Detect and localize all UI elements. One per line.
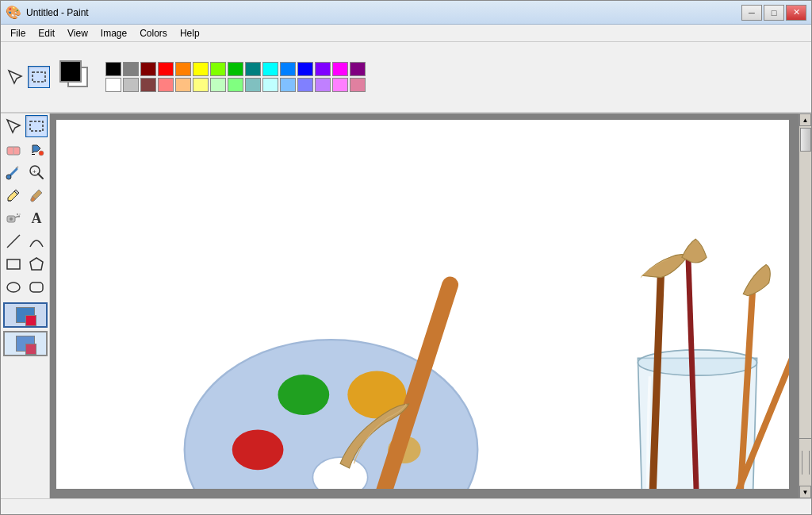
color-swatch[interactable] [332, 78, 348, 92]
color-swatch[interactable] [193, 78, 209, 92]
color-swatch[interactable] [297, 62, 313, 76]
color-swatch[interactable] [280, 78, 296, 92]
svg-line-20 [7, 235, 20, 248]
color-swatch[interactable] [140, 62, 156, 76]
svg-rect-24 [30, 282, 43, 292]
color-swatch[interactable] [158, 62, 174, 76]
svg-rect-1 [33, 72, 45, 82]
tool-text[interactable]: A [25, 207, 48, 229]
svg-point-17 [17, 213, 18, 215]
brush-icon [28, 186, 45, 204]
svg-marker-0 [9, 71, 21, 83]
color-swatch[interactable] [245, 78, 261, 92]
color-swatch[interactable] [262, 78, 278, 92]
canvas-wrapper[interactable] [50, 113, 799, 498]
line-icon [5, 233, 22, 250]
color-swatch[interactable] [228, 62, 243, 76]
color-swatch[interactable] [332, 62, 348, 76]
canvas[interactable] [56, 120, 789, 489]
maximize-button[interactable]: □ [764, 5, 784, 21]
minimize-button[interactable]: ─ [741, 5, 762, 21]
tool-rect-select[interactable] [25, 115, 48, 137]
tool-roundrect[interactable] [25, 276, 48, 298]
tool-eraser[interactable] [2, 138, 25, 160]
titlebar: 🎨 Untitled - Paint ─ □ ✕ [1, 1, 811, 25]
zoom-icon: + [28, 163, 45, 181]
menu-file[interactable]: File [4, 26, 32, 40]
airbrush-icon [5, 209, 22, 227]
tool-pencil[interactable] [2, 184, 25, 206]
menu-image[interactable]: Image [94, 26, 133, 40]
tool-brush[interactable] [25, 184, 48, 206]
tool-eyedropper[interactable] [2, 161, 25, 183]
color-swatch[interactable] [123, 62, 139, 76]
color-swatch[interactable] [297, 78, 313, 92]
bottom-panel-2[interactable] [3, 331, 48, 356]
color-swatch[interactable] [175, 62, 191, 76]
menu-colors[interactable]: Colors [133, 26, 174, 40]
menu-view[interactable]: View [61, 26, 94, 40]
svg-point-8 [6, 175, 11, 179]
color-swatch[interactable] [280, 62, 296, 76]
close-button[interactable]: ✕ [786, 5, 806, 21]
color-row-2 [105, 78, 366, 92]
color-swatch[interactable] [105, 62, 121, 76]
scrollbar-up-arrow[interactable]: ▲ [799, 113, 811, 126]
tool-rect[interactable] [2, 253, 25, 275]
tool-select-free[interactable] [4, 66, 26, 88]
color-swatch[interactable] [245, 62, 261, 76]
color-palette [105, 62, 366, 92]
scrollbar-down-arrow[interactable]: ▼ [799, 486, 811, 498]
svg-point-27 [232, 429, 284, 470]
color-swatch[interactable] [210, 62, 226, 76]
color-fg-box[interactable] [59, 60, 82, 83]
svg-line-9 [16, 167, 18, 168]
color-swatch[interactable] [158, 78, 174, 92]
tool-airbrush[interactable] [2, 207, 25, 229]
color-swatch[interactable] [315, 78, 331, 92]
color-swatch[interactable] [105, 78, 121, 92]
tool-free-select[interactable] [2, 115, 25, 137]
svg-text:+: + [33, 168, 36, 175]
left-tools-panel: + [1, 113, 50, 498]
tool-zoom[interactable]: + [25, 161, 48, 183]
color-swatch[interactable] [350, 62, 366, 76]
color-row-1 [105, 62, 366, 76]
eraser-icon [5, 140, 22, 158]
scrollbar-thumb[interactable] [800, 128, 811, 152]
pencil-icon [5, 186, 22, 204]
scrollbar-grip-area [799, 438, 811, 486]
color-swatch[interactable] [228, 78, 243, 92]
tool-fill[interactable] [25, 138, 48, 160]
svg-point-18 [18, 216, 20, 217]
color-swatch[interactable] [140, 78, 156, 92]
color-swatch[interactable] [210, 78, 226, 92]
select-free-icon [6, 68, 24, 86]
eyedropper-icon [5, 163, 22, 181]
svg-point-15 [10, 217, 13, 221]
titlebar-buttons: ─ □ ✕ [741, 5, 806, 21]
tool-select-rect[interactable] [28, 66, 50, 88]
scrollbar-grip [802, 451, 810, 475]
canvas-artwork [56, 120, 789, 489]
vertical-scrollbar: ▲ ▼ [799, 113, 811, 498]
color-swatch[interactable] [175, 78, 191, 92]
tool-polygon[interactable] [25, 253, 48, 275]
color-swatch[interactable] [315, 62, 331, 76]
bottom-panel-1[interactable] [3, 302, 48, 328]
paint-window: 🎨 Untitled - Paint ─ □ ✕ File Edit View … [0, 0, 812, 515]
menu-help[interactable]: Help [174, 26, 206, 40]
color-swatch[interactable] [123, 78, 139, 92]
color-swatch[interactable] [193, 62, 209, 76]
bottom-color-panels [2, 302, 48, 356]
menu-edit[interactable]: Edit [32, 26, 61, 40]
color-swatch[interactable] [262, 62, 278, 76]
statusbar [1, 498, 811, 514]
scrollbar-track[interactable] [799, 126, 811, 438]
tool-line[interactable] [2, 230, 25, 252]
free-select-icon [5, 117, 22, 135]
svg-point-28 [278, 375, 330, 415]
color-swatch[interactable] [350, 78, 366, 92]
tool-ellipse[interactable] [2, 276, 25, 298]
tool-curve[interactable] [25, 230, 48, 252]
